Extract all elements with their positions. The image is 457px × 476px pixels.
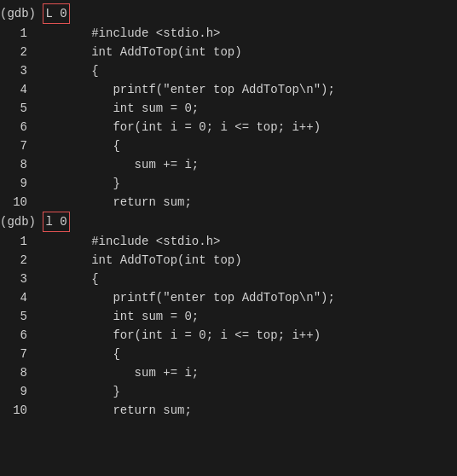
line-number: 8 (0, 363, 34, 382)
line-content: return sum; (34, 193, 457, 212)
line-content: for(int i = 0; i <= top; i++) (34, 326, 457, 345)
code-line: 4 printf("enter top AddToTop\n"); (0, 80, 457, 99)
line-number: 7 (0, 136, 34, 155)
line-content: { (34, 345, 457, 363)
code-line: 10 return sum; (0, 193, 457, 212)
code-line: 3 { (0, 270, 457, 288)
line-content: sum += i; (34, 155, 457, 174)
line-content: return sum; (34, 401, 457, 420)
line-number: 10 (0, 401, 34, 420)
code-block-2: 1 #include <stdio.h> 2 int AddToTop(int … (0, 232, 457, 420)
line-number: 2 (0, 43, 34, 61)
line-number: 4 (0, 288, 34, 307)
terminal: (gdb) L 0 1 #include <stdio.h> 2 int Add… (0, 0, 457, 476)
code-line: 7 { (0, 136, 457, 155)
line-content: printf("enter top AddToTop\n"); (34, 288, 457, 307)
code-line: 10 return sum; (0, 401, 457, 420)
code-line: 5 int sum = 0; (0, 307, 457, 326)
code-line: 6 for(int i = 0; i <= top; i++) (0, 326, 457, 345)
line-content: #include <stdio.h> (34, 232, 457, 251)
line-number: 9 (0, 382, 34, 401)
line-content: sum += i; (34, 363, 457, 382)
line-content: #include <stdio.h> (34, 24, 457, 43)
gdb-command-2: l 0 (43, 212, 69, 232)
line-content: int AddToTop(int top) (34, 251, 457, 270)
line-number: 1 (0, 24, 34, 43)
line-number: 9 (0, 174, 34, 193)
line-number: 6 (0, 326, 34, 345)
gdb-prompt-text-2: (gdb) (0, 212, 43, 231)
line-content: { (34, 61, 457, 80)
gdb-command-1: L 0 (43, 3, 69, 24)
code-line: 9 } (0, 174, 457, 193)
line-content: } (34, 174, 457, 193)
code-line: 6 for(int i = 0; i <= top; i++) (0, 118, 457, 136)
line-content: int sum = 0; (34, 99, 457, 118)
gdb-prompt-line-2: (gdb) l 0 (0, 212, 457, 232)
line-number: 4 (0, 80, 34, 99)
line-number: 3 (0, 270, 34, 288)
code-line: 1 #include <stdio.h> (0, 24, 457, 43)
code-line: 2 int AddToTop(int top) (0, 251, 457, 270)
code-line: 7 { (0, 345, 457, 363)
code-line: 2 int AddToTop(int top) (0, 43, 457, 61)
code-line: 3 { (0, 61, 457, 80)
line-number: 1 (0, 232, 34, 251)
line-number: 10 (0, 193, 34, 212)
line-content: { (34, 136, 457, 155)
line-content: int sum = 0; (34, 307, 457, 326)
code-line: 8 sum += i; (0, 155, 457, 174)
code-block-1: 1 #include <stdio.h> 2 int AddToTop(int … (0, 24, 457, 212)
line-content: { (34, 270, 457, 288)
gdb-prompt-text-1: (gdb) (0, 4, 43, 23)
line-content: printf("enter top AddToTop\n"); (34, 80, 457, 99)
code-line: 4 printf("enter top AddToTop\n"); (0, 288, 457, 307)
line-content: int AddToTop(int top) (34, 43, 457, 61)
line-number: 6 (0, 118, 34, 136)
code-line: 5 int sum = 0; (0, 99, 457, 118)
line-number: 8 (0, 155, 34, 174)
line-number: 3 (0, 61, 34, 80)
code-line: 8 sum += i; (0, 363, 457, 382)
code-line: 9 } (0, 382, 457, 401)
code-line: 1 #include <stdio.h> (0, 232, 457, 251)
line-content: } (34, 382, 457, 401)
line-number: 2 (0, 251, 34, 270)
gdb-prompt-line-1: (gdb) L 0 (0, 3, 457, 24)
line-number: 5 (0, 307, 34, 326)
line-number: 5 (0, 99, 34, 118)
line-content: for(int i = 0; i <= top; i++) (34, 118, 457, 136)
line-number: 7 (0, 345, 34, 363)
